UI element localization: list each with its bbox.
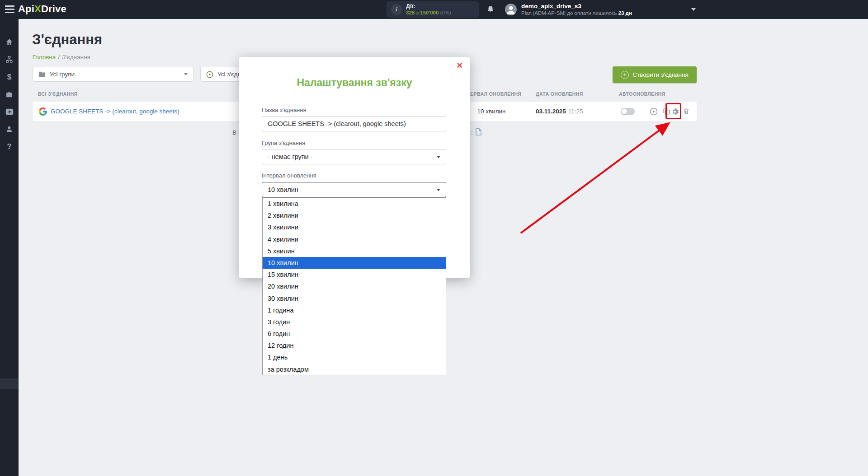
interval-option[interactable]: 6 годин [263, 328, 446, 340]
update-interval-select[interactable]: 10 хвилин [262, 182, 446, 197]
sitemap-icon [5, 56, 13, 63]
interval-option[interactable]: 1 хвилина [263, 198, 446, 210]
page-title: З'єднання [32, 32, 102, 48]
connection-group-select[interactable]: - немає групи - [262, 149, 446, 164]
connection-group-label: Група з'єднання [262, 140, 305, 146]
interval-option[interactable]: 15 хвилин [263, 269, 446, 280]
modal-title: Налаштування зв'язку [239, 77, 470, 89]
sidebar-item-video[interactable] [0, 103, 19, 120]
logo-prefix: Api [18, 3, 34, 14]
breadcrumb-separator: / [58, 54, 60, 61]
create-connection-label: Створити з'єднання [632, 71, 689, 78]
google-sheets-icon [39, 107, 47, 116]
chevron-down-icon [437, 156, 440, 158]
sidebar-item-home[interactable] [0, 33, 19, 50]
autoupdate-toggle[interactable] [621, 108, 635, 115]
actions-label: Дії: [406, 3, 451, 10]
sidebar-bottom-widget[interactable] [0, 378, 19, 389]
interval-option[interactable]: 20 хвилин [263, 280, 446, 292]
plus-icon: + [621, 71, 629, 79]
breadcrumb: Головна/З'єднання [33, 54, 90, 61]
user-menu-chevron-down-icon[interactable] [691, 8, 696, 11]
connection-name-link[interactable]: GOOGLE SHEETS -> (clearout, google sheet… [51, 108, 179, 115]
sidebar-item-services[interactable] [0, 86, 19, 103]
connection-settings-modal: × Налаштування зв'язку Назва з'єднання Г… [239, 57, 470, 278]
interval-option[interactable]: 1 день [263, 351, 446, 363]
column-header-update-interval: ІНТЕРВАЛ ОНОВЛЕННЯ [462, 91, 522, 97]
user-icon [5, 125, 13, 133]
interval-option[interactable]: 30 хвилин [263, 293, 446, 304]
logo-x: X [34, 3, 41, 14]
actions-value: 328 з 150'000 [406, 10, 439, 15]
trash-icon [683, 107, 690, 115]
column-header-autoupdate: АВТООНОВЛЕННЯ [619, 91, 665, 97]
connection-group-value: - немає групи - [268, 153, 313, 160]
logo-suffix: Drive [41, 3, 66, 14]
connection-update-date: 03.11.202511:25 [536, 108, 583, 115]
interval-option[interactable]: 10 хвилин [263, 257, 446, 269]
update-interval-value: 10 хвилин [268, 186, 298, 193]
connection-settings-button[interactable] [671, 107, 679, 116]
question-icon: ? [7, 143, 11, 150]
toggle-knob [622, 109, 627, 114]
sidebar-item-profile[interactable] [0, 120, 19, 137]
connection-name-label: Назва з'єднання [262, 107, 307, 113]
interval-option[interactable]: 3 годин [263, 316, 446, 328]
gear-icon [671, 107, 679, 116]
home-icon [5, 38, 13, 46]
sidebar-item-connections[interactable] [0, 51, 19, 68]
run-connection-button[interactable] [650, 107, 658, 116]
apixdrive-app: ApiXDrive i Дії: 328 з 150'000 (0%) demo… [0, 0, 868, 476]
actions-percent: (0%) [440, 10, 451, 15]
folder-icon [38, 71, 46, 77]
dollar-icon: $ [7, 73, 11, 81]
column-header-update-date: ДАТА ОНОВЛЕННЯ [536, 91, 583, 97]
actions-usage-badge[interactable]: i Дії: 328 з 150'000 (0%) [387, 1, 479, 18]
connection-update-time: 11:25 [568, 108, 583, 115]
hamburger-menu-icon[interactable] [5, 5, 14, 13]
background-note-right-fragment: : [471, 129, 473, 136]
column-header-all-connections: ВСІ З'ЄДНАННЯ [38, 91, 78, 97]
sidebar-nav: $ ? [0, 19, 19, 476]
delete-connection-button[interactable] [683, 107, 691, 116]
info-icon: i [391, 4, 402, 15]
top-header: ApiXDrive i Дії: 328 з 150'000 (0%) demo… [0, 0, 868, 19]
connection-name-input[interactable] [262, 116, 446, 131]
user-menu[interactable]: demo_apix_drive_s3 Plan |ADM-AP-SM| до о… [521, 2, 632, 16]
play-circle-icon [206, 71, 213, 78]
groups-filter-value: Усі групи [50, 71, 75, 78]
document-icon[interactable] [476, 128, 481, 135]
copy-icon [663, 107, 670, 115]
background-note-left-fragment: В [232, 129, 236, 136]
groups-filter-dropdown[interactable]: Усі групи [33, 67, 193, 82]
user-avatar[interactable] [505, 4, 517, 15]
close-icon[interactable]: × [457, 61, 462, 70]
interval-options-list: 1 хвилина2 хвилини3 хвилини4 хвилини5 хв… [262, 197, 446, 375]
video-icon [5, 108, 14, 115]
interval-option[interactable]: за розкладом [263, 364, 446, 375]
sidebar-item-billing[interactable]: $ [0, 68, 19, 85]
chevron-down-icon [437, 189, 440, 191]
update-interval-label: Інтервал оновлення [262, 172, 316, 179]
sidebar-item-help[interactable]: ? [0, 138, 19, 155]
copy-connection-button[interactable] [663, 107, 671, 116]
breadcrumb-current: З'єднання [62, 54, 90, 61]
notifications-bell-icon[interactable] [486, 5, 495, 14]
actions-usage-text: Дії: 328 з 150'000 (0%) [406, 3, 451, 16]
logo[interactable]: ApiXDrive [18, 3, 66, 15]
interval-option[interactable]: 3 хвилини [263, 221, 446, 233]
chevron-down-icon [184, 73, 188, 75]
plan-days-left: 23 дн [618, 10, 632, 16]
user-plan: Plan |ADM-AP-SM| до оплати лишилось23 дн [521, 10, 632, 16]
interval-option[interactable]: 5 хвилин [263, 245, 446, 257]
create-connection-button[interactable]: + Створити з'єднання [613, 66, 697, 83]
breadcrumb-home-link[interactable]: Головна [33, 54, 56, 61]
briefcase-icon [5, 91, 13, 98]
interval-option[interactable]: 2 хвилини [263, 210, 446, 221]
interval-option[interactable]: 1 година [263, 304, 446, 316]
interval-option[interactable]: 12 годин [263, 340, 446, 351]
user-name: demo_apix_drive_s3 [521, 2, 632, 10]
interval-option[interactable]: 4 хвилини [263, 233, 446, 245]
play-circle-icon [650, 107, 658, 116]
